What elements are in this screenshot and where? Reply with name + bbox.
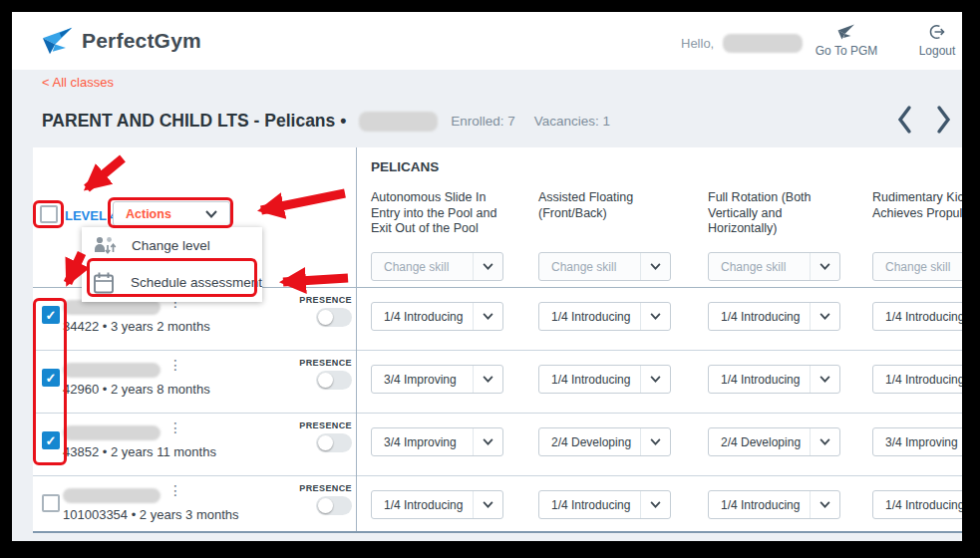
menu-item-change-level[interactable]: Change level xyxy=(82,227,262,264)
presence-toggle[interactable] xyxy=(316,433,352,452)
skill-level-value: 2/4 Developing xyxy=(709,428,810,455)
chevron-down-icon xyxy=(810,428,839,455)
presence-toggle[interactable] xyxy=(316,371,352,390)
chevron-down-icon xyxy=(810,366,839,393)
skill-level-dropdown[interactable]: 1/4 Introducing xyxy=(872,365,962,394)
enrolled-count: Enrolled: 7 xyxy=(451,114,515,129)
change-level-people-icon xyxy=(93,235,117,257)
skill-group-title: PELICANS xyxy=(371,159,439,174)
chevron-left-icon[interactable] xyxy=(895,105,915,135)
presence-label: PRESENCE xyxy=(272,483,352,493)
skill-name: Full Rotation (Both Vertically and Horiz… xyxy=(708,190,845,237)
top-bar: PerfectGym Hello, Go To PGM Logout xyxy=(12,12,962,70)
skill-level-value: 1/4 Introducing xyxy=(873,491,962,518)
chevron-right-icon[interactable] xyxy=(933,105,953,135)
skill-level-dropdown[interactable]: 1/4 Introducing xyxy=(708,302,840,331)
member-row: ✓ ⋮ 42960 • 2 years 8 months PRESENCE 3/… xyxy=(33,351,962,414)
member-checkbox[interactable]: ✓ xyxy=(42,306,60,324)
menu-item-schedule-assessment[interactable]: Schedule assessment xyxy=(82,264,262,301)
skill-level-dropdown[interactable]: 1/4 Introducing xyxy=(872,302,962,331)
presence-label: PRESENCE xyxy=(272,295,352,305)
kebab-menu-icon[interactable]: ⋮ xyxy=(168,483,182,497)
skill-level-dropdown[interactable]: 1/4 Introducing xyxy=(872,490,962,519)
skill-level-dropdown[interactable]: 1/4 Introducing xyxy=(371,302,503,331)
go-to-pgm-button[interactable]: Go To PGM xyxy=(810,23,883,58)
class-members-table: LEVEL 4 Actions xyxy=(33,147,962,533)
member-name-redacted xyxy=(63,363,161,378)
skill-name: Rudimentary Kick Achieves Propulsion xyxy=(872,190,962,221)
panel-divider xyxy=(356,147,357,531)
skill-level-value: 1/4 Introducing xyxy=(709,303,810,330)
chevron-down-icon xyxy=(640,491,670,518)
member-checkbox[interactable] xyxy=(42,494,60,512)
skill-level-dropdown[interactable]: 2/4 Developing xyxy=(708,427,840,456)
skill-level-value: 1/4 Introducing xyxy=(539,491,640,518)
skill-name: Assisted Floating (Front/Back) xyxy=(538,190,676,221)
skill-level-value: 3/4 Improving xyxy=(372,366,473,393)
member-rows: ✓ ⋮ 34422 • 3 years 2 months PRESENCE 1/… xyxy=(33,288,962,533)
toggle-knob xyxy=(318,498,333,513)
chevron-down-icon xyxy=(473,253,502,280)
chevron-down-icon xyxy=(473,491,502,518)
toggle-knob xyxy=(318,310,333,325)
toggle-knob xyxy=(318,373,333,388)
toggle-knob xyxy=(318,435,333,450)
presence-toggle[interactable] xyxy=(316,308,352,327)
chevron-down-icon xyxy=(810,491,839,518)
member-checkbox[interactable]: ✓ xyxy=(42,369,60,387)
logout-arrow-circle-icon xyxy=(927,23,947,41)
skill-level-dropdown[interactable]: 1/4 Introducing xyxy=(371,490,503,519)
change-skill-label: Change skill xyxy=(372,253,473,280)
member-name-redacted xyxy=(63,425,161,440)
member-checkbox[interactable]: ✓ xyxy=(42,431,60,449)
skill-level-dropdown[interactable]: 3/4 Improving xyxy=(371,365,503,394)
brand-logo: PerfectGym xyxy=(42,25,201,57)
skill-level-value: 1/4 Introducing xyxy=(372,491,473,518)
change-skill-dropdown[interactable]: Change skill xyxy=(538,252,671,281)
change-skill-dropdown[interactable]: Change skill xyxy=(872,252,962,281)
member-id-age: 43852 • 2 years 11 months xyxy=(63,444,216,459)
skill-level-value: 1/4 Introducing xyxy=(873,366,962,393)
member-row: ⋮ 101003354 • 2 years 3 months PRESENCE … xyxy=(33,476,962,533)
skill-name: Autonomous Slide In Entry into the Pool … xyxy=(371,190,508,237)
skill-level-value: 2/4 Developing xyxy=(539,428,640,455)
member-name-redacted xyxy=(63,300,161,315)
change-skill-dropdown[interactable]: Change skill xyxy=(371,252,503,281)
pgm-star-icon xyxy=(836,23,856,41)
skill-level-dropdown[interactable]: 3/4 Improving xyxy=(872,427,962,456)
go-to-pgm-label: Go To PGM xyxy=(816,44,877,58)
greeting: Hello, xyxy=(681,34,803,53)
chevron-down-icon xyxy=(640,366,670,393)
select-all-checkbox[interactable] xyxy=(40,205,58,223)
skill-level-dropdown[interactable]: 1/4 Introducing xyxy=(538,490,671,519)
skill-level-dropdown[interactable]: 1/4 Introducing xyxy=(708,365,840,394)
greeting-label: Hello, xyxy=(681,36,714,51)
app-window: PerfectGym Hello, Go To PGM Logout < All… xyxy=(12,12,962,541)
chevron-down-icon xyxy=(810,303,839,330)
chevron-down-icon xyxy=(473,366,502,393)
brand-name: PerfectGym xyxy=(82,29,201,53)
calendar-icon xyxy=(93,271,116,295)
skill-level-dropdown[interactable]: 1/4 Introducing xyxy=(538,302,671,331)
skill-level-dropdown[interactable]: 1/4 Introducing xyxy=(708,490,840,519)
logout-button[interactable]: Logout xyxy=(907,23,962,58)
skill-level-dropdown[interactable]: 1/4 Introducing xyxy=(538,365,671,394)
chevron-down-icon xyxy=(640,253,670,280)
skill-level-dropdown[interactable]: 3/4 Improving xyxy=(371,427,503,456)
user-name-redacted xyxy=(723,34,803,53)
change-skill-dropdown[interactable]: Change skill xyxy=(708,252,840,281)
level-label: LEVEL 4 xyxy=(65,208,118,223)
kebab-menu-icon[interactable]: ⋮ xyxy=(168,358,182,372)
member-id-age: 101003354 • 2 years 3 months xyxy=(63,507,239,522)
presence-toggle[interactable] xyxy=(316,496,352,515)
kebab-menu-icon[interactable]: ⋮ xyxy=(168,420,182,434)
chevron-down-icon xyxy=(473,303,502,330)
actions-dropdown-button[interactable]: Actions xyxy=(113,201,230,226)
skill-level-dropdown[interactable]: 2/4 Developing xyxy=(538,427,671,456)
breadcrumb-all-classes[interactable]: < All classes xyxy=(42,75,114,90)
presence-label: PRESENCE xyxy=(272,420,352,430)
page-title: PARENT AND CHILD LTS - Pelicans • xyxy=(42,111,346,132)
change-skill-label: Change skill xyxy=(539,253,640,280)
actions-label: Actions xyxy=(126,207,171,221)
change-skill-label: Change skill xyxy=(709,253,810,280)
